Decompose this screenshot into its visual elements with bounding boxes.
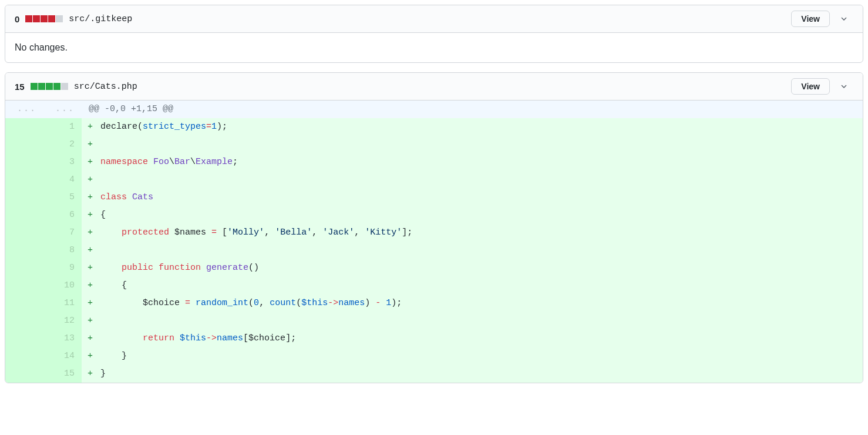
diffstat-square xyxy=(38,83,45,90)
line-number-old xyxy=(5,330,43,347)
diff-line-added: 9+ public function generate() xyxy=(5,259,863,277)
code-content[interactable]: +class Cats xyxy=(82,189,863,206)
code-content[interactable]: +declare(strict_types=1); xyxy=(82,118,863,136)
line-number-new: ... xyxy=(43,101,82,119)
code-content[interactable]: + return $this->names[$choice]; xyxy=(82,330,863,347)
diff-line-added: 10+ { xyxy=(5,277,863,295)
code-content[interactable]: +} xyxy=(82,365,863,383)
code-content[interactable]: + xyxy=(82,136,863,153)
line-number-new: 2 xyxy=(43,136,82,153)
file-header: 0src/.gitkeepView xyxy=(5,5,863,32)
line-number-old xyxy=(5,277,43,295)
code-content[interactable]: + xyxy=(82,312,863,330)
line-number-old xyxy=(5,153,43,171)
diffstat-square xyxy=(46,83,53,90)
code-content[interactable]: + { xyxy=(82,277,863,295)
diff-line-added: 15+} xyxy=(5,365,863,383)
file-block: 15src/Cats.phpView......@@ -0,0 +1,15 @@… xyxy=(5,72,863,383)
diff-line-added: 7+ protected $names = ['Molly', 'Bella',… xyxy=(5,224,863,242)
line-number-old: ... xyxy=(5,101,43,119)
line-number-old xyxy=(5,136,43,153)
line-number-old xyxy=(5,295,43,312)
diffstat-square xyxy=(25,15,32,22)
diffstat-square xyxy=(56,15,63,22)
code-content[interactable]: + xyxy=(82,242,863,259)
line-number-old xyxy=(5,206,43,224)
code-content[interactable]: + protected $names = ['Molly', 'Bella', … xyxy=(82,224,863,242)
no-changes-message: No changes. xyxy=(5,32,863,62)
view-button[interactable]: View xyxy=(791,78,830,95)
line-number-new: 15 xyxy=(43,365,82,383)
diff-line-added: 8+ xyxy=(5,242,863,259)
diff-line-added: 14+ } xyxy=(5,347,863,365)
diffstat-squares xyxy=(31,83,68,90)
file-path[interactable]: src/.gitkeep xyxy=(69,14,132,24)
diff-line-added: 5+class Cats xyxy=(5,189,863,206)
line-number-old xyxy=(5,189,43,206)
line-number-old xyxy=(5,171,43,189)
code-content[interactable]: + $choice = random_int(0, count($this->n… xyxy=(82,295,863,312)
code-content[interactable]: +namespace Foo\Bar\Example; xyxy=(82,153,863,171)
diffstat-squares xyxy=(25,15,63,22)
chevron-down-icon[interactable] xyxy=(835,78,853,95)
line-number-new: 6 xyxy=(43,206,82,224)
diffstat-square xyxy=(33,15,40,22)
code-content[interactable]: +{ xyxy=(82,206,863,224)
diffstat-square xyxy=(31,83,38,90)
diff-table: ......@@ -0,0 +1,15 @@1+declare(strict_t… xyxy=(5,100,863,383)
line-number-old xyxy=(5,312,43,330)
line-number-new: 7 xyxy=(43,224,82,242)
line-number-new: 1 xyxy=(43,118,82,136)
line-number-new: 11 xyxy=(43,295,82,312)
diff-count: 15 xyxy=(15,82,25,92)
diff-line-added: 4+ xyxy=(5,171,863,189)
line-number-new: 14 xyxy=(43,347,82,365)
diff-line-added: 1+declare(strict_types=1); xyxy=(5,118,863,136)
diff-line-added: 2+ xyxy=(5,136,863,153)
line-number-old xyxy=(5,347,43,365)
diffstat-square xyxy=(41,15,48,22)
hunk-header-row: ......@@ -0,0 +1,15 @@ xyxy=(5,101,863,119)
line-number-old xyxy=(5,365,43,383)
line-number-old xyxy=(5,259,43,277)
line-number-new: 4 xyxy=(43,171,82,189)
code-content[interactable]: + xyxy=(82,171,863,189)
diffstat-square xyxy=(61,83,68,90)
file-header: 15src/Cats.phpView xyxy=(5,73,863,100)
line-number-new: 9 xyxy=(43,259,82,277)
file-path[interactable]: src/Cats.php xyxy=(74,82,137,92)
line-number-new: 5 xyxy=(43,189,82,206)
line-number-new: 12 xyxy=(43,312,82,330)
chevron-down-icon[interactable] xyxy=(835,10,853,28)
diffstat-square xyxy=(48,15,55,22)
line-number-new: 3 xyxy=(43,153,82,171)
hunk-header: @@ -0,0 +1,15 @@ xyxy=(82,101,863,119)
line-number-new: 10 xyxy=(43,277,82,295)
diff-line-added: 12+ xyxy=(5,312,863,330)
line-number-new: 13 xyxy=(43,330,82,347)
diff-line-added: 6+{ xyxy=(5,206,863,224)
diff-line-added: 11+ $choice = random_int(0, count($this-… xyxy=(5,295,863,312)
line-number-new: 8 xyxy=(43,242,82,259)
diff-line-added: 13+ return $this->names[$choice]; xyxy=(5,330,863,347)
diff-count: 0 xyxy=(15,14,19,24)
code-content[interactable]: + public function generate() xyxy=(82,259,863,277)
code-content[interactable]: + } xyxy=(82,347,863,365)
view-button[interactable]: View xyxy=(791,11,830,27)
line-number-old xyxy=(5,118,43,136)
line-number-old xyxy=(5,224,43,242)
diff-line-added: 3+namespace Foo\Bar\Example; xyxy=(5,153,863,171)
file-block: 0src/.gitkeepViewNo changes. xyxy=(5,5,863,63)
line-number-old xyxy=(5,242,43,259)
diffstat-square xyxy=(53,83,60,90)
